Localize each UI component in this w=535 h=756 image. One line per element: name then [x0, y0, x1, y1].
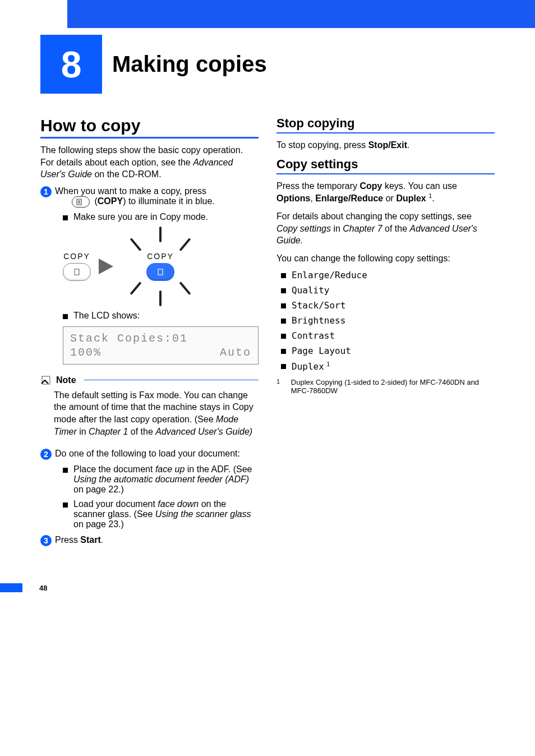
note-header: Note — [40, 375, 259, 386]
settings-list: Enlarge/Reduce Quality Stack/Sort Bright… — [276, 270, 495, 372]
intro-paragraph: The following steps show the basic copy … — [40, 144, 259, 181]
note-body: The default setting is Fax mode. You can… — [54, 389, 259, 437]
copy-settings-p2: For details about changing the copy sett… — [276, 210, 495, 247]
step-1: 1 When you want to make a copy, press (C… — [40, 186, 259, 208]
lcd-line-2-left: 100% — [70, 345, 102, 359]
step-1-bullet: Make sure you are in Copy mode. — [63, 212, 259, 222]
subsection-copy-settings: Copy settings — [276, 157, 495, 174]
bullet-square-icon — [281, 364, 286, 369]
header-blue-bar — [67, 0, 535, 28]
step-2-badge: 2 — [40, 449, 52, 460]
step-2: 2 Do one of the following to load your d… — [40, 449, 259, 460]
arrow-right-icon — [99, 259, 113, 274]
copy-key-icon — [72, 196, 90, 208]
bullet-square-icon — [281, 334, 286, 339]
bullet-square-icon — [281, 319, 286, 324]
copy-button-on — [146, 263, 174, 281]
copy-settings-p3: You can change the following copy settin… — [276, 252, 495, 265]
page-number: 48 — [39, 584, 47, 592]
chapter-header: 8 Making copies — [0, 35, 535, 94]
list-item: Stack/Sort — [281, 300, 495, 311]
lcd-line-1: Stack Copies:01 — [70, 331, 251, 345]
bullet-square-icon — [281, 303, 286, 308]
step-3-badge: 3 — [40, 535, 52, 546]
bullet-square-icon — [281, 349, 286, 354]
list-item: Brightness — [281, 315, 495, 326]
list-item: Contrast — [281, 330, 495, 341]
chapter-number-box: 8 — [40, 35, 102, 94]
step-3: 3 Press Start. — [40, 535, 259, 546]
list-item: Duplex 1 — [281, 361, 495, 372]
footer-tab — [0, 583, 22, 592]
chapter-number: 8 — [61, 43, 82, 86]
list-item: Quality — [281, 285, 495, 296]
chapter-title: Making copies — [112, 52, 267, 77]
note-icon — [40, 375, 53, 386]
svg-rect-8 — [42, 376, 50, 384]
bullet-square-icon — [63, 468, 68, 473]
step-2-bullet-1: Place the document face up in the ADF. (… — [63, 464, 259, 495]
list-item: Enlarge/Reduce — [281, 270, 495, 280]
copy-label-right: COPY — [147, 252, 174, 261]
step-1-badge: 1 — [40, 186, 52, 197]
page-footer: 48 — [0, 583, 535, 592]
stop-copying-text: To stop copying, press Stop/Exit. — [276, 139, 495, 151]
footnote-1: 1 Duplex Copying (1-sided to 2-sided) fo… — [276, 378, 495, 395]
copy-button-diagram: COPY COPY — [63, 230, 259, 303]
lcd-display: Stack Copies:01 100% Auto — [63, 326, 259, 365]
bullet-square-icon — [63, 503, 68, 508]
bullet-square-icon — [63, 314, 68, 319]
bullet-square-icon — [63, 215, 68, 220]
subsection-stop-copying: Stop copying — [276, 116, 495, 133]
copy-label-left: COPY — [63, 252, 91, 261]
bullet-square-icon — [281, 288, 286, 293]
bullet-square-icon — [281, 273, 286, 278]
svg-rect-5 — [75, 269, 79, 274]
lcd-intro-bullet: The LCD shows: — [63, 311, 259, 321]
right-column: Stop copying To stop copying, press Stop… — [276, 116, 495, 550]
left-column: How to copy The following steps show the… — [40, 116, 259, 550]
svg-rect-7 — [159, 269, 163, 274]
section-how-to-copy: How to copy — [40, 116, 259, 139]
copy-settings-p1: Press the temporary Copy keys. You can u… — [276, 180, 495, 205]
step-2-bullet-2: Load your document face down on the scan… — [63, 499, 259, 529]
copy-button-off — [63, 263, 91, 281]
lcd-line-2-right: Auto — [220, 345, 251, 359]
list-item: Page Layout — [281, 345, 495, 356]
